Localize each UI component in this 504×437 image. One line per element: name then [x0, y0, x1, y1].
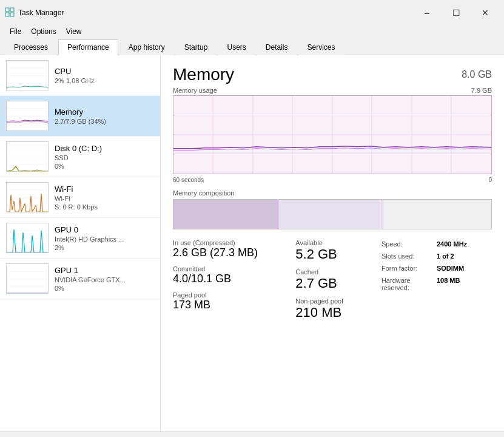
memory-sub1: 2.7/7.9 GB (34%) — [55, 118, 154, 125]
disk0-sub1: SSD — [55, 154, 154, 161]
gpu1-sparkline — [7, 264, 49, 294]
wifi-title: Wi-Fi — [55, 185, 154, 194]
form-value: SODIMM — [437, 263, 492, 273]
svg-rect-0 — [5, 8, 9, 12]
composition-bar — [173, 199, 492, 229]
gpu1-thumb — [6, 263, 49, 294]
gpu1-sub1: NVIDIA GeForce GTX... — [55, 276, 154, 283]
sidebar-item-gpu0[interactable]: GPU 0 Intel(R) HD Graphics ... 2% — [0, 218, 160, 259]
window-title: Task Manager — [18, 8, 64, 17]
form-label: Form factor: — [381, 263, 437, 273]
tab-startup[interactable]: Startup — [175, 39, 217, 55]
chart-label-row: Memory usage 7.9 GB — [173, 87, 492, 94]
slots-value: 1 of 2 — [437, 251, 492, 261]
speed-value: 2400 MHz — [437, 239, 492, 249]
sidebar-item-disk0[interactable]: Disk 0 (C: D:) SSD 0% — [0, 137, 160, 177]
gpu1-info: GPU 1 NVIDIA GeForce GTX... 0% — [55, 266, 154, 292]
wifi-info: Wi-Fi Wi-Fi S: 0 R: 0 Kbps — [55, 185, 154, 211]
gpu1-title: GPU 1 — [55, 266, 154, 275]
reserved-value: 108 MB — [437, 276, 492, 293]
menu-bar: File Options View — [0, 24, 504, 39]
comp-free — [383, 200, 491, 229]
stat-cached: Cached 2.7 GB — [295, 268, 381, 291]
disk0-title: Disk 0 (C: D:) — [55, 144, 154, 153]
comp-standby — [278, 200, 383, 229]
cpu-title: CPU — [55, 67, 154, 76]
in-use-value: 2.6 GB (27.3 MB) — [173, 246, 295, 259]
gpu0-info: GPU 0 Intel(R) HD Graphics ... 2% — [55, 225, 154, 251]
tab-services[interactable]: Services — [298, 39, 344, 55]
disk0-thumb — [6, 141, 49, 172]
memory-chart — [173, 95, 492, 174]
detail-total: 8.0 GB — [462, 69, 492, 80]
sidebar-item-cpu[interactable]: CPU 2% 1.08 GHz — [0, 55, 160, 96]
stat-in-use: In use (Compressed) 2.6 GB (27.3 MB) — [173, 239, 295, 259]
detail-header: Memory 8.0 GB — [173, 65, 492, 84]
tab-performance[interactable]: Performance — [58, 39, 118, 55]
paged-pool-label: Paged pool — [173, 291, 295, 299]
slots-label: Slots used: — [381, 251, 437, 261]
menu-file[interactable]: File — [5, 25, 26, 38]
cached-label: Cached — [295, 268, 381, 276]
menu-options[interactable]: Options — [26, 25, 61, 38]
stats-area: In use (Compressed) 2.6 GB (27.3 MB) Com… — [173, 239, 492, 320]
memory-title: Memory — [55, 107, 154, 117]
gpu0-sub1: Intel(R) HD Graphics ... — [55, 235, 154, 243]
sidebar-item-wifi[interactable]: Wi-Fi Wi-Fi S: 0 R: 0 Kbps — [0, 177, 160, 218]
info-table: Speed: 2400 MHz Slots used: 1 of 2 Form … — [381, 239, 492, 320]
gpu1-sub2: 0% — [55, 285, 154, 292]
title-bar: Task Manager – ☐ ✕ — [0, 0, 504, 24]
y-axis-max: 7.9 GB — [471, 87, 492, 94]
comp-in-use — [173, 200, 278, 229]
cpu-sparkline — [7, 61, 49, 90]
tab-app-history[interactable]: App history — [119, 39, 174, 55]
sidebar-item-memory[interactable]: Memory 2.7/7.9 GB (34%) — [0, 96, 160, 137]
taskmanager-icon — [5, 7, 15, 17]
in-use-label: In use (Compressed) — [173, 239, 295, 246]
menu-view[interactable]: View — [61, 25, 87, 38]
speed-label: Speed: — [381, 239, 437, 249]
cpu-sub1: 2% 1.08 GHz — [55, 77, 154, 84]
tab-processes[interactable]: Processes — [5, 39, 57, 55]
available-value: 5.2 GB — [295, 246, 381, 262]
available-label: Available — [295, 239, 381, 246]
sidebar: CPU 2% 1.08 GHz Memory 2.7 — [0, 55, 161, 432]
committed-label: Committed — [173, 265, 295, 273]
svg-rect-12 — [7, 142, 49, 172]
stat-non-paged-pool: Non-paged pool 210 MB — [295, 297, 381, 320]
main-content: CPU 2% 1.08 GHz Memory 2.7 — [0, 55, 504, 432]
y-axis-label: Memory usage — [173, 87, 217, 94]
svg-rect-2 — [5, 13, 9, 16]
svg-rect-24 — [7, 264, 49, 294]
disk0-info: Disk 0 (C: D:) SSD 0% — [55, 144, 154, 170]
maximize-button[interactable]: ☐ — [442, 4, 470, 22]
svg-rect-1 — [10, 8, 14, 12]
non-paged-pool-label: Non-paged pool — [295, 297, 381, 305]
tab-users[interactable]: Users — [218, 39, 255, 55]
minimize-button[interactable]: – — [413, 4, 441, 22]
paged-pool-value: 173 MB — [173, 299, 295, 311]
cached-value: 2.7 GB — [295, 276, 381, 291]
tab-bar: Processes Performance App history Startu… — [0, 39, 504, 55]
gpu0-title: GPU 0 — [55, 225, 154, 234]
detail-title: Memory — [173, 65, 234, 84]
composition-label: Memory composition — [173, 189, 492, 197]
memory-thumb — [6, 101, 49, 131]
stats-left: In use (Compressed) 2.6 GB (27.3 MB) Com… — [173, 239, 295, 320]
stat-paged-pool: Paged pool 173 MB — [173, 291, 295, 311]
tab-details[interactable]: Details — [257, 39, 297, 55]
time-right: 0 — [488, 177, 492, 183]
reserved-label: Hardware reserved: — [381, 276, 437, 293]
sidebar-item-gpu1[interactable]: GPU 1 NVIDIA GeForce GTX... 0% — [0, 259, 160, 299]
cpu-thumb — [6, 60, 49, 90]
svg-rect-4 — [7, 61, 49, 90]
stats-middle: Available 5.2 GB Cached 2.7 GB Non-paged… — [295, 239, 381, 320]
time-label-row: 60 seconds 0 — [173, 177, 492, 183]
memory-info: Memory 2.7/7.9 GB (34%) — [55, 107, 154, 125]
detail-panel: Memory 8.0 GB Memory usage 7.9 GB — [161, 55, 504, 432]
close-button[interactable]: ✕ — [471, 4, 499, 22]
title-bar-controls: – ☐ ✕ — [413, 4, 499, 22]
title-bar-left: Task Manager — [5, 7, 64, 19]
memory-sparkline — [7, 101, 49, 131]
gpu0-sparkline — [7, 223, 49, 253]
